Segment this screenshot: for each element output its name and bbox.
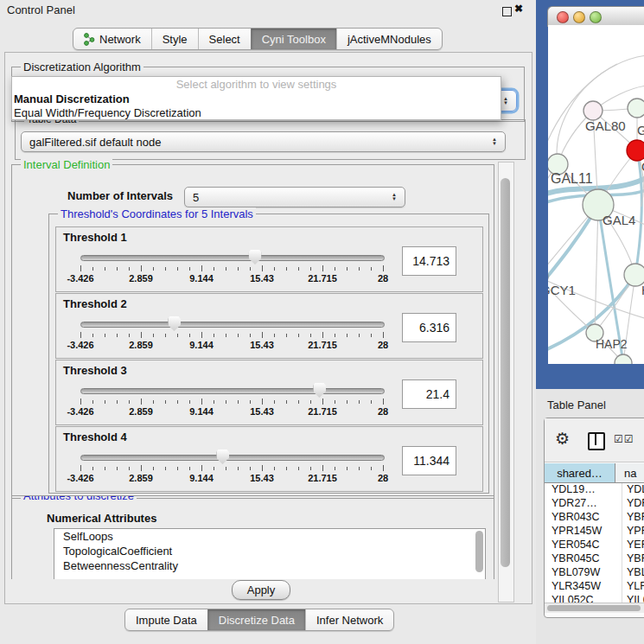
close-traffic-light-icon[interactable] <box>557 11 569 23</box>
threshold-value-field[interactable]: 11.344 <box>402 446 456 475</box>
table-horizontal-scrollbar[interactable] <box>545 603 644 613</box>
slider-track[interactable] <box>80 388 385 394</box>
threshold-value-field[interactable]: 21.4 <box>402 379 456 409</box>
network-nodes[interactable] <box>548 99 644 364</box>
attribute-item-topologicalcoefficient[interactable]: TopologicalCoefficient <box>54 544 485 558</box>
table-row[interactable]: YBR045CYBR0 <box>545 552 644 566</box>
table-row[interactable]: YBL079WYBL0 <box>545 566 644 580</box>
combo-arrows-icon: ▲▼ <box>492 137 497 146</box>
slider-thumb[interactable] <box>216 450 229 464</box>
table-cell: YER0 <box>622 539 644 552</box>
threshold-value-field[interactable]: 14.713 <box>402 246 456 276</box>
panel-scrollbar[interactable] <box>498 162 514 603</box>
zoom-traffic-light-icon[interactable] <box>590 11 602 23</box>
combo-arrows-icon: ▲▼ <box>392 193 397 201</box>
slider-track[interactable] <box>80 322 385 328</box>
tick-label: 9.144 <box>189 273 214 284</box>
tab-label: Cyni Toolbox <box>262 33 326 46</box>
tick-label: 28 <box>378 406 388 417</box>
network-node[interactable] <box>627 140 644 161</box>
network-window-titlebar[interactable] <box>547 6 644 27</box>
list-scrollbar[interactable] <box>475 531 483 572</box>
dropdown-item-manual-discretization[interactable]: Manual Discretization <box>12 92 501 106</box>
select-columns-checkboxes-icon[interactable]: ☑☑ <box>614 433 634 445</box>
threshold-slider[interactable] <box>80 453 383 462</box>
slider-track[interactable] <box>80 455 385 461</box>
tab-label: Select <box>209 33 240 46</box>
scrollbar-thumb[interactable] <box>547 605 641 611</box>
network-node[interactable] <box>583 101 603 120</box>
split-columns-icon[interactable] <box>588 432 605 450</box>
scrollbar-thumb[interactable] <box>501 178 510 567</box>
combo-arrows-icon: ▲▼ <box>503 97 508 105</box>
group-title: Discretization Algorithm <box>21 61 143 73</box>
tick-label: 21.715 <box>308 340 337 350</box>
table-row[interactable]: YDR27…YDR2 <box>545 497 644 511</box>
threshold-panel-2: Threshold 2-3.4262.8599.14415.4321.71528… <box>55 293 483 359</box>
slider-ticks <box>80 332 383 339</box>
apply-button[interactable]: Apply <box>232 580 290 600</box>
table-row[interactable]: YDL19…YDL1 <box>545 483 644 497</box>
column-header-shared-name[interactable]: shared… <box>545 463 615 482</box>
table-cell: YBR0 <box>622 511 644 525</box>
network-node[interactable] <box>628 99 644 118</box>
tab-jactivemnodules[interactable]: jActiveMNodules <box>336 29 442 49</box>
float-window-icon[interactable] <box>502 7 512 16</box>
close-icon[interactable]: ✖ <box>514 3 523 15</box>
network-canvas[interactable]: GAL80GACGAL11GAL4GCY1HHAP2 <box>548 25 644 364</box>
table-header-row: shared… na <box>545 463 644 483</box>
gear-icon[interactable]: ⚙ <box>555 429 570 449</box>
tick-label: 9.144 <box>189 340 214 350</box>
dropdown-item-equal-width-frequency-discretization[interactable]: Equal Width/Frequency Discretization <box>12 106 501 120</box>
slider-ticks <box>80 465 383 472</box>
tick-label: 9.144 <box>189 406 214 417</box>
attribute-item-betweennesscentrality[interactable]: BetweennessCentrality <box>54 558 485 573</box>
tab-select[interactable]: Select <box>198 29 251 49</box>
threshold-label: Threshold 3 <box>63 364 127 377</box>
threshold-slider[interactable] <box>80 253 383 262</box>
table-cell: YDR2 <box>622 497 644 511</box>
control-panel: Control Panel ✖ NetworkStyleSelectCyni T… <box>0 0 536 644</box>
minimize-traffic-light-icon[interactable] <box>573 11 585 23</box>
tab-label: Impute Data <box>136 614 197 627</box>
slider-thumb[interactable] <box>313 383 326 398</box>
tab-infer-network[interactable]: Infer Network <box>305 609 393 630</box>
threshold-value-field[interactable]: 6.316 <box>402 313 456 342</box>
threshold-slider[interactable] <box>80 320 383 328</box>
table-data-group: Table Data galFiltered.sif default node … <box>15 119 526 160</box>
table-row[interactable]: YER054CYER0 <box>545 539 644 552</box>
tab-cyni-toolbox[interactable]: Cyni Toolbox <box>251 29 336 49</box>
column-header-name[interactable]: na <box>615 463 644 482</box>
tab-network[interactable]: Network <box>73 29 151 49</box>
table-row[interactable]: YLR345WYLR3 <box>545 580 644 594</box>
table-cell: YPR145W <box>545 525 622 539</box>
slider-thumb[interactable] <box>249 250 262 265</box>
interval-definition-group: Interval Definition Number of Intervals … <box>11 164 494 499</box>
tick-label: 2.859 <box>129 273 153 284</box>
slider-track[interactable] <box>80 255 385 261</box>
number-of-intervals-combobox[interactable]: 5 ▲▼ <box>184 187 405 207</box>
table-data-combobox[interactable]: galFiltered.sif default node ▲▼ <box>21 131 506 152</box>
slider-tick-labels: -3.4262.8599.14415.4321.71528 <box>80 340 383 350</box>
threshold-slider[interactable] <box>80 386 383 395</box>
tick-label: 28 <box>378 473 388 483</box>
node-label: GAL4 <box>603 213 635 227</box>
table-cell: YBL079W <box>545 566 622 580</box>
numerical-attributes-list[interactable]: SelfLoopsTopologicalCoefficientBetweenne… <box>54 528 486 579</box>
tab-impute-data[interactable]: Impute Data <box>125 609 207 630</box>
slider-thumb[interactable] <box>168 316 181 331</box>
tab-style[interactable]: Style <box>151 29 198 49</box>
slider-tick-labels: -3.4262.8599.14415.4321.71528 <box>80 406 383 417</box>
table-row[interactable]: YBR043CYBR0 <box>545 511 644 525</box>
attribute-item-selfloops[interactable]: SelfLoops <box>54 529 485 544</box>
threshold-label: Threshold 4 <box>63 430 127 443</box>
tick-label: 2.859 <box>129 406 153 417</box>
threshold-label: Threshold 2 <box>63 297 127 310</box>
tab-discretize-data[interactable]: Discretize Data <box>207 609 305 630</box>
group-title: Attributes to discretize <box>21 495 137 502</box>
table-row[interactable]: YIL052CYIL0 <box>545 594 644 603</box>
tab-label: Network <box>99 33 141 46</box>
table-row[interactable]: YPR145WYPR1 <box>545 525 644 539</box>
table-cell: YBR043C <box>545 511 622 525</box>
group-title: Interval Definition <box>21 158 112 171</box>
